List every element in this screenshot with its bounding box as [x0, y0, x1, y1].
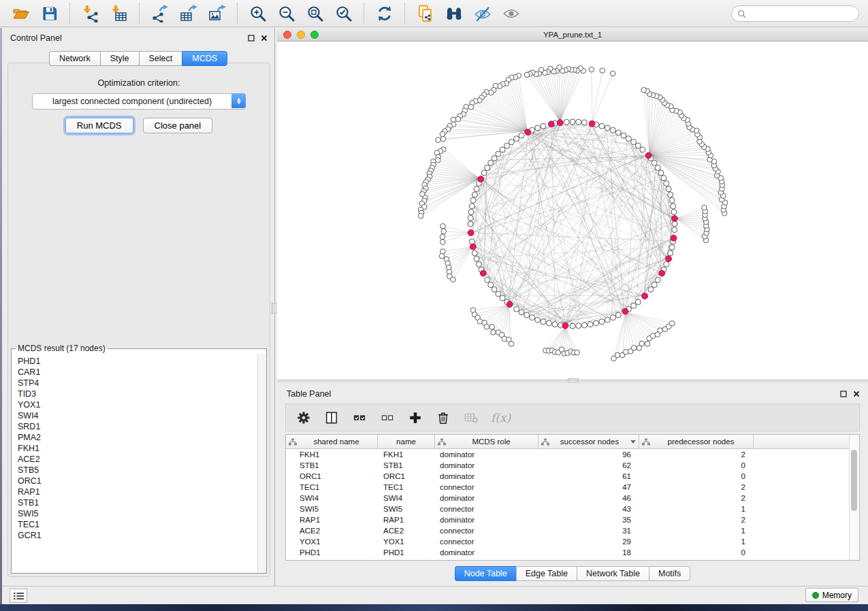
network-edge[interactable] — [448, 247, 472, 263]
table-scrollbar[interactable] — [849, 435, 859, 560]
network-edge[interactable] — [422, 178, 479, 194]
network-node[interactable] — [615, 352, 620, 358]
network-edge[interactable] — [565, 327, 570, 352]
mcds-result-item[interactable]: SWI5 — [18, 508, 257, 519]
column-header-mcds-role[interactable]: MCDS role — [435, 435, 539, 448]
network-node[interactable] — [468, 215, 473, 220]
network-node[interactable] — [485, 165, 490, 171]
mcds-result-item[interactable]: STP4 — [18, 378, 257, 389]
network-edge[interactable] — [443, 233, 470, 237]
network-edge[interactable] — [515, 77, 528, 131]
network-edge[interactable] — [676, 218, 706, 226]
network-node[interactable] — [576, 119, 581, 125]
network-graph[interactable] — [277, 42, 868, 380]
network-node[interactable] — [491, 330, 496, 335]
network-node[interactable] — [470, 197, 476, 203]
network-edge[interactable] — [449, 247, 472, 271]
zoom-in-button[interactable] — [246, 3, 270, 24]
network-node[interactable] — [524, 312, 530, 318]
network-edge[interactable] — [449, 247, 472, 276]
network-node[interactable] — [605, 125, 610, 131]
mcds-result-item[interactable]: CAR1 — [18, 367, 257, 378]
table-tab-motifs[interactable]: Motifs — [649, 566, 690, 581]
mcds-node[interactable] — [557, 120, 563, 126]
network-node[interactable] — [635, 299, 641, 305]
network-edge[interactable] — [518, 141, 652, 283]
mcds-node[interactable] — [548, 121, 554, 127]
zoom-out-button[interactable] — [274, 3, 299, 24]
mcds-node[interactable] — [525, 129, 531, 135]
network-node[interactable] — [672, 221, 677, 227]
network-edge[interactable] — [649, 142, 700, 154]
network-edge[interactable] — [473, 306, 509, 310]
network-edge[interactable] — [649, 120, 687, 154]
mcds-node[interactable] — [666, 256, 672, 262]
network-node[interactable] — [439, 254, 445, 259]
network-node[interactable] — [610, 315, 615, 320]
network-node[interactable] — [489, 325, 495, 330]
export-table-button[interactable] — [176, 3, 201, 24]
network-node[interactable] — [671, 210, 677, 215]
network-node[interactable] — [658, 170, 664, 176]
network-node[interactable] — [469, 203, 475, 209]
network-node[interactable] — [509, 342, 514, 347]
mcds-result-item[interactable]: PMA2 — [18, 432, 257, 443]
network-node[interactable] — [605, 317, 610, 323]
network-edge[interactable] — [676, 218, 707, 229]
network-node[interactable] — [519, 310, 524, 315]
table-row[interactable]: YOX1YOX1connector291 — [286, 536, 859, 547]
network-edge[interactable] — [498, 306, 509, 333]
table-row[interactable]: FKH1FKH1dominator962 — [286, 449, 859, 460]
network-node[interactable] — [541, 123, 546, 129]
hide-selected-button[interactable] — [470, 3, 495, 24]
mcds-result-item[interactable]: TEC1 — [18, 519, 257, 530]
mcds-node[interactable] — [645, 152, 652, 159]
network-edge[interactable] — [644, 90, 649, 154]
network-node[interactable] — [640, 147, 645, 152]
console-button[interactable] — [10, 589, 27, 603]
close-panel-icon[interactable] — [853, 391, 860, 397]
network-node[interactable] — [672, 227, 677, 233]
network-node[interactable] — [484, 325, 489, 330]
network-node[interactable] — [500, 147, 505, 152]
network-edge[interactable] — [536, 74, 560, 121]
network-node[interactable] — [488, 282, 494, 288]
network-node[interactable] — [615, 312, 621, 318]
mcds-result-item[interactable]: PHD1 — [18, 356, 257, 367]
network-node[interactable] — [600, 68, 605, 73]
network-edge[interactable] — [479, 101, 527, 131]
export-network-button[interactable] — [148, 3, 172, 24]
float-panel-icon[interactable] — [840, 391, 847, 397]
network-node[interactable] — [530, 315, 535, 320]
create-column-button[interactable] — [407, 410, 423, 426]
network-node[interactable] — [570, 119, 575, 125]
table-row[interactable]: ACE2ACE2connector311 — [286, 525, 859, 536]
mcds-node[interactable] — [507, 301, 513, 308]
network-edge[interactable] — [626, 312, 634, 348]
network-edge[interactable] — [649, 131, 696, 154]
network-node[interactable] — [564, 119, 569, 125]
delete-column-button[interactable] — [435, 410, 451, 426]
network-node[interactable] — [666, 186, 671, 192]
column-header-name[interactable]: name — [378, 435, 435, 448]
network-node[interactable] — [671, 203, 676, 209]
export-image-button[interactable] — [205, 3, 229, 24]
network-node[interactable] — [626, 136, 631, 142]
network-edge[interactable] — [626, 312, 658, 334]
network-node[interactable] — [589, 67, 594, 72]
network-node[interactable] — [476, 261, 481, 267]
show-columns-button[interactable] — [323, 410, 340, 426]
column-header-successor-nodes[interactable]: successor nodes — [539, 435, 639, 448]
network-edge[interactable] — [617, 312, 626, 355]
table-row[interactable]: SWI4SWI4dominator462 — [286, 493, 859, 503]
find-button[interactable] — [442, 3, 466, 24]
network-node[interactable] — [535, 125, 541, 131]
network-edge[interactable] — [592, 125, 666, 258]
mcds-result-item[interactable]: STB5 — [18, 465, 257, 476]
network-node[interactable] — [472, 192, 477, 197]
table-row[interactable]: PHD1PHD1dominator180 — [286, 547, 859, 558]
network-node[interactable] — [468, 210, 474, 215]
network-edge[interactable] — [676, 211, 705, 218]
network-node[interactable] — [621, 133, 626, 138]
network-node[interactable] — [524, 72, 530, 78]
